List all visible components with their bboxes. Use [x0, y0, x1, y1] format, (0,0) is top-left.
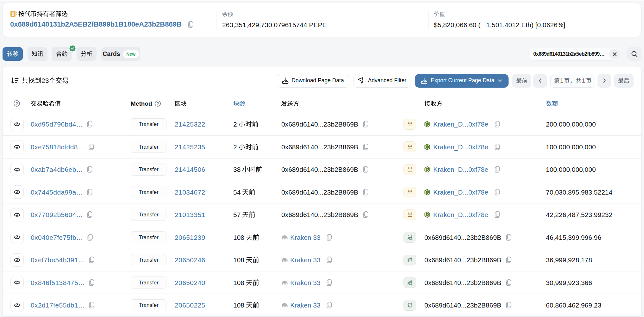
svg-text:?: ?: [16, 101, 18, 106]
svg-text:?: ?: [156, 101, 159, 106]
